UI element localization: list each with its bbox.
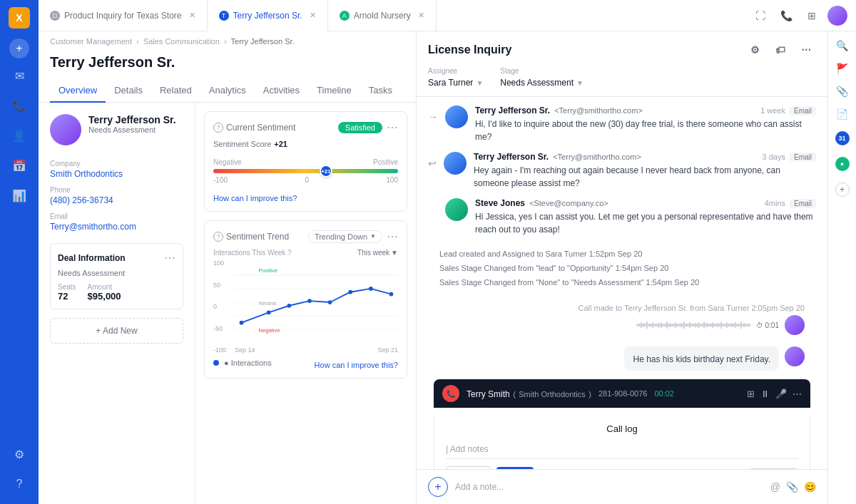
assignee-chevron[interactable]: ▼ — [476, 79, 483, 87]
bubble-message-row: He has his kids birthday next Friday. — [428, 346, 816, 371]
nav-icon-calendar[interactable]: 📅 — [6, 153, 32, 178]
call-grid-icon[interactable]: ⊞ — [747, 389, 755, 399]
call-log-input[interactable]: | Add notes — [446, 440, 798, 459]
call-more-icon[interactable]: ⋯ — [793, 389, 802, 399]
sub-tab-tasks[interactable]: Tasks — [360, 79, 401, 103]
svg-text:Negative: Negative — [258, 327, 280, 334]
note-plus-button[interactable]: + — [428, 477, 448, 497]
email-link[interactable]: Terry@smithortho.com — [50, 222, 183, 232]
company-link[interactable]: Smith Orthodontics — [50, 169, 183, 179]
more-options-icon[interactable]: ⋯ — [796, 40, 816, 60]
stage-value: Needs Assessment — [500, 78, 574, 88]
nav-icon-help[interactable]: ? — [6, 471, 32, 497]
msg-sender-1: Terry Jefferson Sr. — [475, 106, 550, 115]
svg-point-12 — [328, 300, 332, 304]
svg-text:Neutral: Neutral — [258, 300, 276, 307]
phone-icon[interactable]: 📞 — [776, 6, 796, 26]
audio-time: ⏱ 0:01 — [756, 322, 779, 329]
svg-rect-29 — [675, 322, 676, 328]
tab-close-terry-jefferson[interactable]: ✕ — [310, 11, 316, 20]
tab-close-arnold-nursery[interactable]: ✕ — [418, 11, 424, 20]
assignee-label: Assignee — [428, 67, 483, 75]
svg-rect-50 — [735, 322, 736, 328]
note-actions: @ 📎 😊 — [770, 481, 816, 493]
grid-icon[interactable]: ⊞ — [802, 6, 822, 26]
svg-rect-32 — [683, 322, 685, 329]
msg-type-1: Email — [790, 106, 816, 115]
phone-link[interactable]: (480) 256-36734 — [50, 195, 183, 205]
activity-logs: Lead created and Assigned to Sara Turner… — [428, 245, 816, 292]
active-call-info: Terry Smith ( Smith Orthodontics ) — [467, 387, 591, 400]
nav-icon-mail[interactable]: ✉ — [6, 63, 32, 88]
msg-type-2: Email — [790, 153, 816, 162]
svg-rect-28 — [672, 324, 673, 326]
files-icon[interactable]: 📄 — [836, 108, 848, 120]
svg-rect-17 — [641, 322, 642, 328]
chart-date-labels: Sep 14 Sep 21 — [235, 346, 398, 354]
sidebar-add-button[interactable]: + — [835, 182, 850, 197]
call-info: Call made to Terry Jefferson Sr. from Sa… — [578, 304, 805, 335]
tab-close-product-inquiry[interactable]: ✕ — [189, 11, 195, 20]
sub-tab-analytics[interactable]: Analytics — [200, 79, 255, 103]
search-icon[interactable]: 🔍 — [836, 40, 848, 51]
note-input[interactable]: Add a note... — [455, 482, 763, 492]
tab-terry-jefferson[interactable]: T Terry Jefferson Sr. ✕ — [208, 0, 328, 31]
trend-options-icon[interactable]: ⋯ — [387, 230, 398, 243]
svg-point-9 — [267, 310, 271, 314]
trend-title: ? Sentiment Trend — [213, 232, 289, 242]
attachment-icon[interactable]: 📎 — [786, 481, 798, 493]
flag-icon[interactable]: 🚩 — [836, 63, 848, 74]
deal-options-icon[interactable]: ⋯ — [164, 251, 175, 264]
tag-icon[interactable]: 🏷 — [770, 40, 790, 60]
contact-info-panel: Terry Jefferson Sr. Needs Assessment Com… — [39, 103, 195, 504]
attachment-sidebar-icon[interactable]: 📎 — [836, 86, 848, 97]
user-avatar[interactable] — [827, 6, 847, 26]
right-panel: License Inquiry ⚙ 🏷 ⋯ Assignee Sara Turn… — [417, 31, 827, 504]
app-logo: X — [9, 7, 30, 29]
sub-tab-timeline[interactable]: Timeline — [308, 79, 360, 103]
add-new-button[interactable]: + Add New — [50, 318, 183, 344]
emoji-icon-note[interactable]: 😊 — [804, 481, 816, 493]
sub-tab-details[interactable]: Details — [106, 79, 151, 103]
msg-text-1: Hi, I'd like to inquire about the new (3… — [475, 118, 816, 143]
msg-sender-2: Terry Jefferson Sr. — [474, 152, 549, 162]
nav-icon-phone[interactable]: 📞 — [6, 93, 32, 118]
stage-chevron[interactable]: ▼ — [576, 79, 584, 87]
call-log-title: Call log — [446, 423, 798, 434]
sub-tab-activities[interactable]: Activities — [255, 79, 308, 103]
call-mute-icon[interactable]: 🎤 — [775, 389, 787, 399]
notification-badge-blue[interactable]: 31 — [835, 131, 850, 145]
breadcrumb-customer-management[interactable]: Customer Management — [50, 37, 132, 46]
sub-tab-overview[interactable]: Overview — [50, 79, 106, 103]
msg-time-2: 3 days — [763, 153, 785, 161]
svg-point-14 — [369, 287, 373, 291]
call-label: Call made to Terry Jefferson Sr. from Sa… — [578, 304, 805, 312]
nav-icon-contacts[interactable]: 👤 — [6, 123, 32, 148]
tab-product-inquiry[interactable]: ⊡ Product Inquiry for Texas Store ✕ — [39, 0, 208, 31]
deal-title: Deal Information — [58, 253, 126, 263]
active-call-timer: 00:02 — [654, 389, 674, 398]
settings-icon[interactable]: ⚙ — [745, 40, 765, 60]
svg-point-15 — [389, 292, 394, 297]
active-call-bar: 📞 Terry Smith ( Smith Orthodontics ) 281… — [434, 379, 810, 408]
notification-badge-green[interactable]: ● — [835, 157, 850, 171]
stage-label: Stage — [500, 67, 584, 75]
sub-tab-related[interactable]: Related — [151, 79, 200, 103]
sentiment-options-icon[interactable]: ⋯ — [387, 120, 398, 134]
svg-rect-27 — [669, 323, 671, 327]
week-selector[interactable]: This week ▼ — [357, 249, 398, 257]
call-controls: ⊞ ⏸ 🎤 ⋯ — [747, 389, 802, 399]
call-record-icon[interactable]: ⏸ — [760, 389, 770, 399]
nav-icon-settings-gear[interactable]: ⚙ — [6, 441, 32, 467]
at-mention-icon[interactable]: @ — [770, 481, 780, 493]
improve-link[interactable]: How can I improve this? — [213, 194, 398, 202]
msg-email-1: <Terry@smithortho.com> — [554, 106, 643, 115]
trend-footer: ● Interactions How can I improve this? — [213, 356, 398, 369]
tab-arnold-nursery[interactable]: A Arnold Nursery ✕ — [328, 0, 437, 31]
nav-icon-graph[interactable]: 📊 — [6, 182, 32, 208]
screen-share-icon[interactable]: ⛶ — [750, 6, 770, 26]
nav-add-button[interactable]: + — [9, 38, 29, 58]
svg-rect-38 — [700, 324, 702, 326]
breadcrumb-sales-communication[interactable]: Sales Communication — [143, 37, 220, 46]
improve-link-2[interactable]: How can I improve this? — [315, 361, 398, 369]
